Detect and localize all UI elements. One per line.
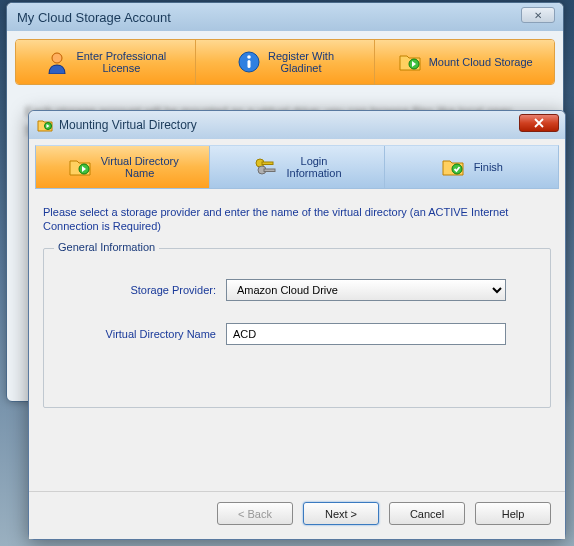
tab-register[interactable]: Register WithGladinet — [196, 40, 376, 84]
cancel-button[interactable]: Cancel — [389, 502, 465, 525]
dirname-row: Virtual Directory Name — [56, 323, 538, 345]
dialog-title-icon — [37, 117, 53, 133]
provider-row: Storage Provider: Amazon Cloud Drive — [56, 279, 538, 301]
general-info-fieldset: General Information Storage Provider: Am… — [43, 248, 551, 408]
tab-mount-label: Mount Cloud Storage — [429, 56, 533, 68]
dialog-window: Mounting Virtual Directory Virtual Direc… — [28, 110, 566, 540]
main-close-button[interactable]: ✕ — [521, 7, 555, 23]
back-button: < Back — [217, 502, 293, 525]
tab-license-label: Enter ProfessionalLicense — [76, 50, 166, 74]
main-titlebar[interactable]: My Cloud Storage Account ✕ — [7, 3, 563, 31]
tab-license[interactable]: Enter ProfessionalLicense — [16, 40, 196, 84]
folder-arrow-icon — [67, 154, 93, 180]
wizard-tab-finish-label: Finish — [474, 161, 503, 173]
svg-rect-8 — [262, 162, 273, 165]
svg-point-2 — [247, 55, 251, 59]
keys-icon — [252, 154, 278, 180]
folder-arrow-icon — [397, 49, 423, 75]
wizard-tab-finish[interactable]: Finish — [385, 146, 558, 188]
dialog-titlebar[interactable]: Mounting Virtual Directory — [29, 111, 565, 139]
dialog-close-button[interactable] — [519, 114, 559, 132]
tab-register-label: Register WithGladinet — [268, 50, 334, 74]
dialog-footer: < Back Next > Cancel Help — [29, 491, 565, 539]
instruction-text: Please select a storage provider and ent… — [43, 205, 551, 234]
person-icon — [44, 49, 70, 75]
dialog-title: Mounting Virtual Directory — [59, 118, 197, 132]
close-icon: ✕ — [534, 10, 542, 21]
svg-rect-3 — [247, 60, 250, 68]
fieldset-legend: General Information — [54, 241, 159, 253]
svg-point-0 — [52, 53, 62, 63]
main-tabstrip: Enter ProfessionalLicense Register WithG… — [15, 39, 555, 85]
wizard-tab-login-label: LoginInformation — [286, 155, 341, 179]
next-button[interactable]: Next > — [303, 502, 379, 525]
wizard-tab-name-label: Virtual DirectoryName — [101, 155, 179, 179]
help-button[interactable]: Help — [475, 502, 551, 525]
wizard-tab-login[interactable]: LoginInformation — [210, 146, 384, 188]
provider-label: Storage Provider: — [56, 284, 226, 296]
dirname-label: Virtual Directory Name — [56, 328, 226, 340]
close-icon — [534, 118, 544, 128]
dialog-body: Please select a storage provider and ent… — [29, 195, 565, 491]
tab-mount[interactable]: Mount Cloud Storage — [375, 40, 554, 84]
info-icon — [236, 49, 262, 75]
main-title: My Cloud Storage Account — [17, 10, 171, 25]
wizard-tab-name[interactable]: Virtual DirectoryName — [36, 146, 210, 188]
provider-select[interactable]: Amazon Cloud Drive — [226, 279, 506, 301]
wizard-tabstrip: Virtual DirectoryName LoginInformation F… — [35, 145, 559, 189]
svg-rect-10 — [264, 169, 275, 172]
dirname-input[interactable] — [226, 323, 506, 345]
folder-check-icon — [440, 154, 466, 180]
